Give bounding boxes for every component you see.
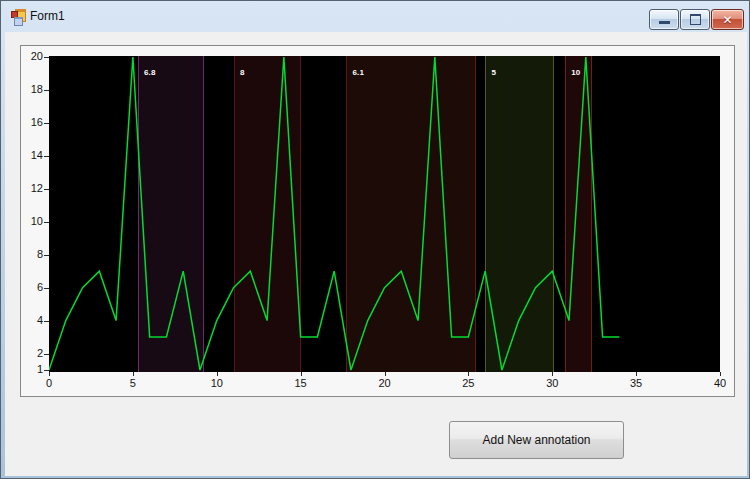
plot-area: 6.886.1510: [49, 56, 720, 372]
x-tick-mark: [49, 372, 50, 376]
y-tick-label: 1: [21, 363, 43, 375]
close-icon: ✕: [722, 14, 732, 26]
form-icon[interactable]: [11, 9, 26, 24]
form-icon-front-window: [14, 17, 23, 26]
chart: 6.886.1510 05101520253035402018161412108…: [20, 45, 735, 397]
x-tick-label: 25: [451, 377, 485, 389]
y-tick-mark: [44, 156, 49, 157]
x-tick-label: 5: [116, 377, 150, 389]
x-tick-label: 20: [368, 377, 402, 389]
form-client-area: 6.886.1510 05101520253035402018161412108…: [5, 32, 747, 476]
x-tick-mark: [552, 372, 553, 376]
x-tick-label: 0: [32, 377, 66, 389]
y-tick-label: 2: [21, 347, 43, 359]
y-tick-mark: [44, 57, 49, 58]
y-tick-label: 16: [21, 116, 43, 128]
y-tick-label: 10: [21, 215, 43, 227]
y-tick-mark: [44, 189, 49, 190]
y-tick-mark: [44, 255, 49, 256]
x-tick-mark: [217, 372, 218, 376]
title-bar[interactable]: Form1: [2, 1, 748, 31]
x-tick-label: 35: [619, 377, 653, 389]
y-tick-label: 20: [21, 50, 43, 62]
minimize-button[interactable]: [649, 9, 679, 30]
y-tick-label: 14: [21, 149, 43, 161]
window: { "window": { "title": "Form1" }, "chart…: [0, 0, 750, 479]
x-tick-mark: [133, 372, 134, 376]
y-tick-mark: [44, 222, 49, 223]
maximize-icon: [690, 14, 701, 25]
series-line: [49, 56, 720, 372]
x-tick-mark: [636, 372, 637, 376]
y-tick-label: 6: [21, 281, 43, 293]
y-tick-label: 8: [21, 248, 43, 260]
window-title: Form1: [30, 9, 65, 23]
close-button[interactable]: ✕: [711, 9, 744, 30]
maximize-button[interactable]: [680, 9, 710, 30]
y-tick-label: 18: [21, 83, 43, 95]
x-tick-label: 10: [200, 377, 234, 389]
y-tick-mark: [44, 90, 49, 91]
add-new-annotation-button[interactable]: Add New annotation: [449, 421, 624, 459]
x-tick-mark: [385, 372, 386, 376]
y-tick-mark: [44, 354, 49, 355]
minimize-icon: [659, 21, 670, 24]
x-tick-label: 30: [535, 377, 569, 389]
x-tick-mark: [720, 372, 721, 376]
y-tick-label: 4: [21, 314, 43, 326]
y-tick-mark: [44, 123, 49, 124]
x-tick-mark: [468, 372, 469, 376]
y-tick-mark: [44, 370, 49, 371]
x-tick-mark: [301, 372, 302, 376]
x-tick-label: 40: [703, 377, 737, 389]
x-tick-label: 15: [284, 377, 318, 389]
y-tick-mark: [44, 288, 49, 289]
y-tick-label: 12: [21, 182, 43, 194]
y-tick-mark: [44, 321, 49, 322]
